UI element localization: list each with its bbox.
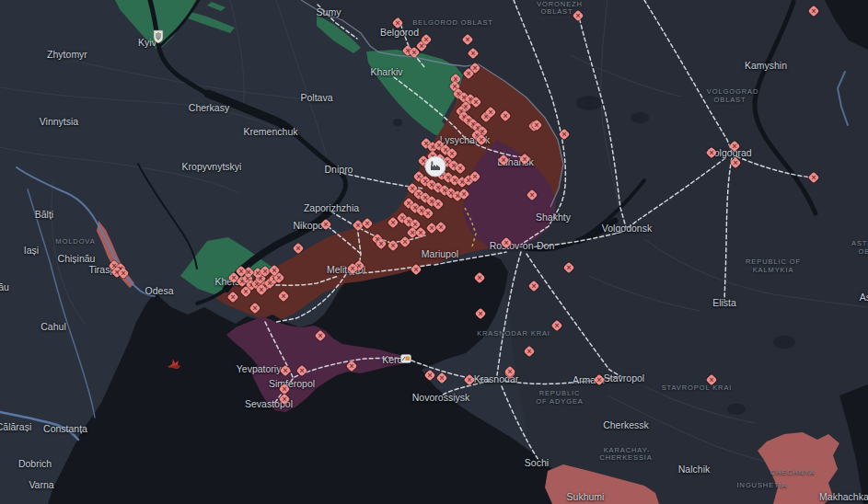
event-marker[interactable]: × — [563, 262, 575, 274]
event-marker[interactable]: × — [249, 303, 261, 315]
event-marker[interactable]: × — [118, 268, 130, 280]
event-marker[interactable]: × — [706, 374, 718, 386]
event-marker[interactable]: × — [424, 370, 436, 382]
event-marker[interactable]: × — [315, 330, 327, 342]
event-marker[interactable]: × — [573, 10, 584, 22]
event-marker[interactable]: × — [422, 208, 434, 220]
event-marker[interactable]: × — [415, 227, 427, 239]
event-marker[interactable]: × — [730, 157, 742, 169]
event-marker[interactable]: × — [296, 365, 308, 377]
event-marker[interactable]: × — [463, 68, 475, 80]
event-marker[interactable]: × — [474, 272, 486, 284]
event-marker[interactable]: × — [500, 110, 512, 122]
event-marker[interactable]: × — [462, 34, 474, 46]
event-marker[interactable]: × — [808, 6, 820, 17]
markers-layer: ××××××××××××××××××××××××××××××××××××××××… — [0, 0, 868, 504]
event-marker[interactable]: × — [706, 147, 718, 159]
event-marker[interactable]: × — [504, 366, 516, 378]
event-marker[interactable]: × — [475, 308, 487, 320]
event-marker[interactable]: × — [485, 107, 497, 119]
event-marker[interactable]: × — [399, 236, 411, 248]
event-marker[interactable]: × — [346, 361, 358, 372]
event-marker[interactable]: × — [411, 264, 422, 276]
event-marker[interactable]: × — [559, 129, 571, 141]
event-marker[interactable]: × — [469, 171, 481, 183]
event-marker[interactable]: × — [392, 17, 404, 29]
event-marker[interactable]: × — [227, 292, 239, 304]
event-marker[interactable]: × — [531, 120, 543, 132]
event-marker[interactable]: × — [433, 199, 445, 211]
event-marker[interactable]: × — [527, 189, 538, 201]
event-marker[interactable]: × — [594, 374, 606, 386]
map-canvas[interactable]: ZhytomyrKyivSumyBelgorodKharkivPoltavaCh… — [0, 0, 868, 504]
event-marker[interactable]: × — [464, 374, 476, 386]
event-marker[interactable]: × — [470, 97, 482, 109]
event-marker[interactable]: × — [498, 155, 510, 166]
event-marker[interactable]: × — [256, 284, 268, 296]
event-marker[interactable]: × — [388, 240, 399, 252]
event-marker[interactable]: × — [320, 219, 332, 231]
event-marker[interactable]: × — [388, 217, 399, 229]
event-marker[interactable]: × — [236, 266, 248, 278]
event-marker[interactable]: × — [468, 48, 480, 60]
event-marker[interactable]: × — [455, 163, 467, 175]
event-marker[interactable]: × — [279, 394, 291, 406]
event-marker[interactable]: × — [376, 238, 388, 250]
event-marker[interactable]: × — [435, 222, 447, 234]
event-marker[interactable]: × — [293, 243, 305, 255]
event-marker[interactable]: × — [519, 154, 531, 166]
event-marker[interactable]: × — [729, 141, 741, 153]
event-marker[interactable]: × — [269, 265, 281, 277]
event-marker[interactable]: × — [280, 365, 292, 377]
event-marker[interactable]: × — [808, 172, 820, 184]
event-marker[interactable]: × — [501, 237, 513, 249]
event-marker[interactable]: × — [458, 189, 470, 200]
event-marker[interactable]: × — [551, 320, 563, 332]
event-marker[interactable]: × — [421, 34, 433, 46]
event-marker[interactable]: × — [476, 134, 488, 146]
event-marker[interactable]: × — [524, 346, 536, 358]
event-marker[interactable]: × — [347, 263, 359, 275]
event-marker[interactable]: × — [528, 281, 540, 292]
event-marker[interactable]: × — [436, 372, 448, 384]
event-marker[interactable]: × — [278, 291, 290, 303]
event-marker[interactable]: × — [240, 286, 252, 298]
event-marker[interactable]: × — [362, 218, 374, 230]
